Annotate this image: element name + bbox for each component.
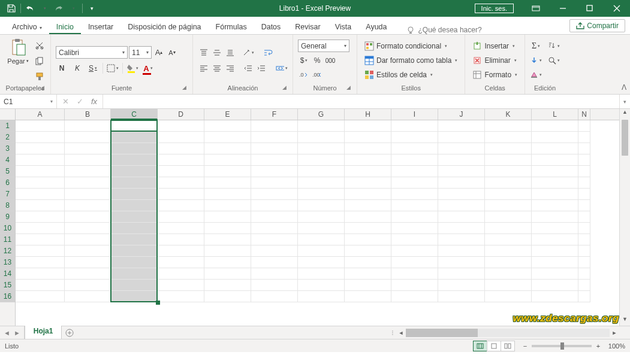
cell[interactable] (158, 120, 204, 132)
cell[interactable] (391, 177, 438, 189)
cell[interactable] (532, 154, 578, 166)
cell[interactable] (391, 223, 438, 234)
cell[interactable] (111, 132, 158, 143)
cell[interactable] (251, 154, 298, 166)
align-bottom-icon[interactable] (224, 47, 236, 59)
row-header[interactable]: 16 (0, 291, 15, 302)
cell[interactable] (345, 223, 391, 234)
cell[interactable] (111, 177, 158, 189)
delete-cells-button[interactable]: Eliminar (470, 54, 519, 66)
cell[interactable] (438, 234, 485, 245)
cell[interactable] (438, 120, 485, 132)
cell[interactable] (65, 177, 111, 189)
row-header[interactable]: 7 (0, 189, 15, 200)
expand-formula-bar-icon[interactable]: ▾ (619, 95, 630, 108)
row-header[interactable]: 15 (0, 280, 15, 291)
clipboard-launcher-icon[interactable]: ◢ (38, 84, 46, 92)
format-cells-button[interactable]: Formato (470, 69, 520, 81)
cell[interactable] (65, 280, 111, 291)
cell[interactable] (298, 189, 345, 200)
align-middle-icon[interactable] (211, 47, 223, 59)
cell[interactable] (251, 200, 298, 211)
save-icon[interactable] (5, 2, 18, 15)
cell[interactable] (438, 211, 485, 223)
cell[interactable] (298, 154, 345, 166)
row-header[interactable]: 12 (0, 245, 15, 257)
increase-font-icon[interactable]: A▴ (153, 47, 165, 59)
cell[interactable] (438, 268, 485, 280)
cell[interactable] (204, 200, 251, 211)
cell[interactable] (485, 234, 532, 245)
cell[interactable] (204, 223, 251, 234)
format-as-table-button[interactable]: Dar formato como tabla (362, 54, 460, 66)
cell[interactable] (298, 257, 345, 268)
qat-customize-icon[interactable]: ▾ (85, 2, 98, 15)
paste-button[interactable]: Pegar▾ (5, 37, 31, 65)
cell[interactable] (298, 268, 345, 280)
cell[interactable] (65, 132, 111, 143)
sheet-prev-icon[interactable]: ◄ (4, 329, 10, 336)
cell[interactable] (251, 211, 298, 223)
cell[interactable] (345, 166, 391, 177)
column-header[interactable]: H (345, 109, 391, 120)
italic-button[interactable]: K (71, 62, 83, 74)
merge-center-icon[interactable] (276, 62, 288, 74)
tab-archivo[interactable]: Archivo (5, 19, 49, 34)
cell[interactable] (16, 143, 65, 154)
cell[interactable] (158, 154, 204, 166)
zoom-knob[interactable] (560, 342, 564, 350)
cell[interactable] (391, 211, 438, 223)
cell[interactable] (578, 211, 590, 223)
cell[interactable] (391, 257, 438, 268)
cell[interactable] (111, 280, 158, 291)
column-header[interactable]: D (158, 109, 204, 120)
cell[interactable] (485, 154, 532, 166)
cell[interactable] (532, 166, 578, 177)
cell[interactable] (298, 291, 345, 302)
cell[interactable] (391, 291, 438, 302)
cell[interactable] (298, 245, 345, 257)
row-header[interactable]: 1 (0, 120, 15, 132)
cell[interactable] (251, 177, 298, 189)
redo-dropdown[interactable] (67, 2, 80, 15)
cell[interactable] (204, 291, 251, 302)
cell[interactable] (158, 211, 204, 223)
cell[interactable] (16, 223, 65, 234)
decrease-decimal-icon[interactable]: .00 (311, 69, 323, 81)
cell[interactable] (16, 200, 65, 211)
bold-button[interactable]: N (56, 62, 68, 74)
cell[interactable] (485, 132, 532, 143)
cell[interactable] (111, 234, 158, 245)
cell[interactable] (532, 245, 578, 257)
cell[interactable] (345, 189, 391, 200)
cell[interactable] (438, 132, 485, 143)
cell[interactable] (65, 120, 111, 132)
conditional-formatting-button[interactable]: Formato condicional (362, 40, 450, 52)
undo-icon[interactable] (23, 2, 37, 15)
cell[interactable] (438, 291, 485, 302)
scroll-down-icon[interactable]: ▼ (620, 316, 630, 326)
cell[interactable] (251, 223, 298, 234)
zoom-slider[interactable] (532, 345, 592, 347)
alignment-launcher-icon[interactable]: ◢ (281, 84, 288, 92)
cell[interactable] (485, 223, 532, 234)
cell[interactable] (578, 166, 590, 177)
scroll-right-icon[interactable]: ► (610, 330, 619, 336)
page-layout-view-icon[interactable] (487, 341, 501, 351)
cell[interactable] (532, 223, 578, 234)
fill-icon[interactable] (530, 54, 542, 66)
cell[interactable] (65, 189, 111, 200)
cell[interactable] (578, 132, 590, 143)
cell[interactable] (298, 177, 345, 189)
tab-revisar[interactable]: Revisar (288, 19, 327, 34)
hscroll-thumb[interactable] (406, 329, 478, 337)
row-header[interactable]: 11 (0, 234, 15, 245)
zoom-out-button[interactable]: − (521, 342, 529, 350)
cell[interactable] (16, 120, 65, 132)
decrease-indent-icon[interactable] (242, 62, 254, 74)
cell[interactable] (65, 268, 111, 280)
cell[interactable] (532, 257, 578, 268)
cell[interactable] (204, 120, 251, 132)
cell[interactable] (532, 291, 578, 302)
tab-datos[interactable]: Datos (254, 19, 288, 34)
